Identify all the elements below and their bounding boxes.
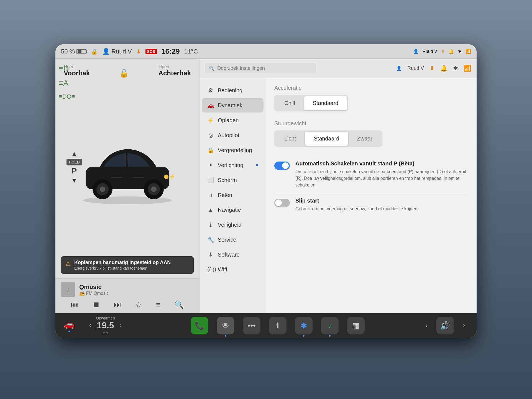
signal-icon-settings: 📶 [464, 65, 471, 72]
prev-button[interactable]: ⏮ [71, 300, 78, 309]
standaard-stuur-button[interactable]: Standaard [305, 132, 348, 146]
navigatie-icon: ▲ [207, 207, 214, 213]
svg-rect-12 [111, 177, 122, 178]
auto-schakelen-toggle[interactable] [274, 162, 290, 170]
taskbar-car[interactable]: 🚗 [64, 319, 75, 332]
equalizer-button[interactable]: ≡ [156, 300, 160, 309]
veiligheid-label: Veiligheid [218, 222, 242, 228]
veiligheid-icon: ℹ [207, 221, 214, 228]
next-page-icon[interactable]: › [460, 322, 468, 329]
sidebar-item-autopilot[interactable]: ◎ Autopilot [202, 128, 264, 142]
more-button[interactable]: ••• [243, 317, 260, 334]
sidebar-item-wifi[interactable]: ((·)) Wifi [202, 262, 264, 277]
rear-title[interactable]: Achterbak [158, 69, 191, 77]
bluetooth-icon-settings[interactable]: ✱ [453, 65, 458, 72]
sidebar-item-navigatie[interactable]: ▲ Navigatie [202, 203, 264, 217]
car-image-area: ▲ HOLD P ▼ [55, 78, 199, 256]
temp-increase[interactable]: › [116, 322, 125, 329]
media-button[interactable]: ▦ [347, 317, 365, 334]
rear-open-text: Open [158, 64, 191, 69]
sidebar-item-verlichting[interactable]: ✦ Verlichting [202, 158, 264, 172]
car-label-area: Open Voorbak 🔓 Open Achterbak [55, 59, 199, 78]
sidebar-item-ritten[interactable]: ≋ Ritten [202, 188, 264, 202]
sidebar-item-veiligheid[interactable]: ℹ Veiligheid [202, 218, 264, 232]
user-icon-right: 👤 [413, 49, 419, 54]
volume-icon: 🔊 [440, 321, 450, 330]
warning-icon: ⚠ [65, 260, 71, 267]
music-info: ♪ Qmusic 📻 FM Qmusic [61, 282, 194, 297]
slip-start-toggle[interactable] [274, 199, 290, 207]
sidebar-item-dynamiek[interactable]: 🚗 Dynamiek [202, 98, 264, 112]
bluetooth-taskbar-button[interactable]: ✱ [295, 317, 313, 334]
volume-button[interactable]: 🔊 [436, 317, 454, 334]
sidebar-item-opladen[interactable]: ⚡ Opladen [202, 113, 264, 127]
sidebar-item-service[interactable]: 🔧 Service [202, 232, 264, 247]
headlights-indicator[interactable]: ≡DO≡ [59, 93, 75, 100]
prev-page-icon[interactable]: ‹ [422, 322, 431, 329]
bluetooth-icon[interactable]: ✱ [458, 49, 462, 54]
spotify-indicator [329, 335, 331, 337]
download-icon-right: ⬇ [441, 49, 445, 54]
sidebar-item-software[interactable]: ⬇ Software [202, 247, 264, 262]
screen-frame: 50 % 🔒 👤 Ruud V ⬇ SOS 16:29 11°C 👤 Ruud … [55, 44, 477, 338]
settings-nav: ⚙ Bediening 🚗 Dynamiek ⚡ Opladen ◎ [200, 78, 266, 313]
slip-start-title: Slip start [295, 198, 419, 204]
signal-icon: 📶 [466, 49, 471, 54]
navigatie-label: Navigatie [218, 207, 241, 213]
slip-start-row: Slip start Gebruik om het voertuig uit s… [274, 193, 468, 217]
acceleratie-section: Acceleratie Chill Standaard [274, 85, 468, 111]
taskbar-right: ‹ 🔊 › [422, 317, 468, 334]
search-icon: 🔍 [209, 66, 214, 71]
search-input-wrap[interactable]: 🔍 [205, 63, 316, 73]
music-source-text: FM Qmusic [86, 291, 109, 296]
status-user: 👤 Ruud V [102, 48, 132, 55]
user-name: Ruud V [111, 48, 132, 55]
zwaar-button[interactable]: Zwaar [348, 132, 382, 146]
vergrendeling-label: Vergrendeling [218, 147, 252, 154]
music-source: 📻 FM Qmusic [79, 291, 109, 296]
search-music-button[interactable]: 🔍 [174, 300, 184, 309]
phone-button[interactable]: 📞 [191, 317, 208, 334]
fm-icon: 📻 [79, 291, 85, 296]
auto-schakelen-desc: Om u te helpen bij het schakelen vanuit … [295, 168, 468, 188]
scherm-icon: ⬜ [207, 177, 214, 183]
search-input[interactable] [217, 65, 312, 71]
dynamiek-icon: 🚗 [207, 102, 214, 109]
standaard-accel-button[interactable]: Standaard [304, 96, 347, 110]
sidebar-item-bediening[interactable]: ⚙ Bediening [202, 83, 264, 98]
stop-button[interactable]: ⏹ [92, 300, 100, 309]
bell-icon-settings[interactable]: 🔔 [440, 65, 447, 72]
svg-text:⚡: ⚡ [169, 173, 175, 180]
info-button[interactable]: ℹ [269, 317, 287, 334]
camera-button[interactable]: 👁 [217, 317, 234, 334]
spotify-button[interactable]: ♪ [321, 317, 339, 334]
favorite-button[interactable]: ☆ [135, 300, 142, 309]
ritten-label: Ritten [218, 192, 232, 198]
licht-button[interactable]: Licht [275, 132, 305, 146]
svg-point-5 [100, 186, 105, 192]
lock-car-icon[interactable]: 🔓 [119, 64, 129, 78]
download-icon-settings[interactable]: ⬇ [429, 65, 434, 72]
service-icon: 🔧 [207, 236, 214, 243]
sos-badge: SOS [145, 49, 157, 54]
arrow-up-icon: ▲ [71, 150, 78, 158]
sidebar-item-scherm[interactable]: ⬜ Scherm [202, 173, 264, 187]
headlights-auto-icon[interactable]: ≡A [59, 79, 75, 88]
sidebar-item-vergrendeling[interactable]: 🔒 Vergrendeling [202, 143, 264, 157]
verlichting-icon: ✦ [207, 162, 214, 168]
user-account-icon[interactable]: 👤 [396, 66, 402, 71]
camera-icon: 👁 [222, 321, 229, 330]
status-right-icons: 👤 Ruud V ⬇ 🔔 ✱ 📶 [413, 49, 471, 54]
info-icon: ℹ [276, 321, 279, 330]
svg-rect-13 [133, 177, 144, 178]
chill-button[interactable]: Chill [275, 96, 304, 110]
temp-decrease[interactable]: ‹ [86, 322, 94, 329]
camera-indicator [225, 335, 226, 337]
bell-icon[interactable]: 🔔 [449, 49, 454, 54]
stuurgewicht-section: Stuurgewicht Licht Standaard Zwaar [274, 120, 468, 147]
next-button[interactable]: ⏭ [114, 300, 121, 309]
opladen-label: Opladen [218, 117, 239, 124]
headlights-icon[interactable]: ≡D [59, 64, 75, 73]
opladen-icon: ⚡ [207, 117, 214, 124]
temperature-display: 11°C [184, 48, 198, 55]
